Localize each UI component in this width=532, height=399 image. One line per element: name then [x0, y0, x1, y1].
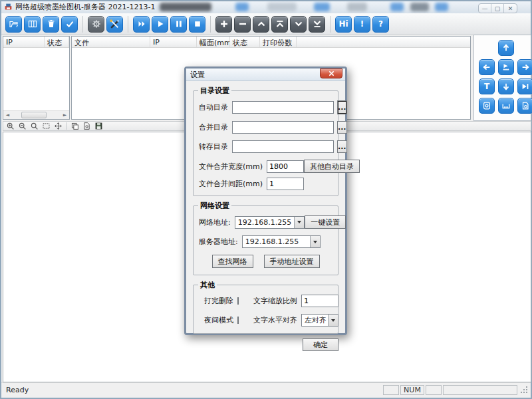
network-address-combobox[interactable]: 192.168.1.255: [235, 216, 305, 229]
to-end-button[interactable]: [517, 78, 532, 94]
merge-width-input[interactable]: [267, 160, 304, 173]
ruler-button[interactable]: [498, 98, 514, 114]
hi-button[interactable]: Hi: [335, 16, 352, 33]
preview-button[interactable]: [82, 122, 91, 130]
client-list-hscrollbar[interactable]: ◄ ►: [3, 110, 69, 119]
column-header-width[interactable]: 幅面(mm): [197, 37, 230, 47]
add-button[interactable]: [215, 16, 232, 33]
scrollbar-thumb[interactable]: [21, 112, 47, 118]
server-address-combobox[interactable]: 192.168.1.255: [242, 235, 321, 248]
arrow-right-button[interactable]: [517, 59, 532, 75]
tools-button[interactable]: [106, 16, 123, 33]
transfer-dir-browse-button[interactable]: ...: [337, 140, 347, 153]
plus-icon: [219, 19, 229, 29]
arrow-left-button[interactable]: [479, 59, 495, 75]
help-button[interactable]: ?: [372, 16, 389, 33]
pan-move-button[interactable]: [53, 122, 63, 130]
text-scale-label: 文字缩放比例: [253, 296, 297, 306]
one-key-setup-button[interactable]: 一键设置: [305, 215, 346, 229]
auto-dir-input[interactable]: [232, 101, 334, 114]
settings-dialog: 设置 目录设置 自动目录 ... 合并目录 ... 转: [184, 66, 347, 335]
merge-gap-input[interactable]: [267, 178, 304, 190]
columns-button[interactable]: [24, 16, 41, 33]
other-settings-group: 其他 打完删除 文字缩放比例 夜间模式 文字水平对齐 左对齐: [193, 285, 338, 334]
chevron-down-bar-icon: [312, 19, 323, 29]
chevron-up-bar-icon: [275, 19, 285, 29]
ok-button[interactable]: 确定: [303, 338, 338, 351]
scroll-right-icon[interactable]: ►: [61, 111, 69, 119]
titlebar-blur-blob: [390, 3, 404, 11]
column-header-status[interactable]: 状态: [45, 37, 69, 47]
combo-dropdown-button[interactable]: [294, 217, 304, 228]
minimize-button[interactable]: —: [479, 4, 491, 13]
save-button[interactable]: [94, 122, 103, 130]
night-mode-checkbox[interactable]: [237, 317, 239, 324]
column-header-file[interactable]: 文件: [72, 37, 150, 47]
column-header-ip[interactable]: IP: [150, 37, 197, 47]
pause-button[interactable]: [170, 16, 187, 33]
merge-gap-label: 文件合并间距(mm): [199, 179, 263, 189]
settings-button[interactable]: [88, 16, 104, 33]
titlebar-blur-blob: [160, 3, 211, 11]
chevron-down-icon: [297, 221, 301, 223]
play-button[interactable]: [152, 16, 168, 33]
fast-forward-button[interactable]: [133, 16, 150, 33]
stop-button[interactable]: [189, 16, 205, 33]
marquee-select-button[interactable]: [41, 122, 51, 130]
app-window: 网络超级喷墨绘图机-服务器 2021-1213-1 — ▢ ✕: [0, 0, 532, 399]
window-controls: — ▢ ✕: [478, 3, 517, 13]
other-auto-dir-button[interactable]: 其他自动目录: [304, 160, 360, 173]
marquee-select-icon: [42, 122, 51, 130]
scrollbar-track[interactable]: [12, 111, 61, 119]
status-bar: Ready NUM: [1, 382, 531, 396]
move-up-button[interactable]: [253, 16, 269, 33]
open-folder-button[interactable]: [5, 16, 22, 33]
move-to-top-button[interactable]: [271, 16, 288, 33]
zoom-button[interactable]: [29, 122, 39, 130]
column-header-copies[interactable]: 打印份数: [260, 37, 297, 47]
text-align-combobox[interactable]: 左对齐: [301, 314, 338, 327]
move-down-button[interactable]: [290, 16, 307, 33]
column-header-ip[interactable]: IP: [3, 37, 45, 47]
titlebar-blur-blob: [314, 3, 330, 11]
status-pane: [383, 385, 399, 395]
plot-start-button[interactable]: [498, 59, 514, 75]
text-scale-input[interactable]: [301, 295, 338, 307]
client-list-header: IP 状态: [3, 37, 69, 48]
find-network-button[interactable]: 查找网络: [212, 255, 253, 268]
remove-button[interactable]: [234, 16, 251, 33]
network-settings-group: 网络设置 网络地址: 192.168.1.255 一键设置 服务器地址: 192…: [193, 205, 338, 275]
open-folder-icon: [9, 19, 19, 29]
arrow-up-icon: [501, 43, 511, 53]
dialog-title-bar: 设置: [186, 68, 345, 81]
duplicate-button[interactable]: [70, 122, 79, 130]
auto-dir-browse-button[interactable]: ...: [337, 100, 347, 114]
chevron-up-icon: [256, 19, 267, 29]
delete-after-print-checkbox[interactable]: [237, 297, 239, 305]
zoom-out-button[interactable]: [17, 122, 27, 130]
merge-dir-browse-button[interactable]: ...: [337, 121, 347, 134]
letter-t-button[interactable]: T: [479, 78, 495, 94]
paper-roll-button[interactable]: [479, 98, 495, 114]
maximize-button[interactable]: ▢: [491, 4, 504, 13]
combo-dropdown-button[interactable]: [310, 236, 320, 247]
move-to-bottom-button[interactable]: [309, 16, 325, 33]
resize-grip[interactable]: [519, 385, 529, 394]
dialog-close-button[interactable]: [320, 68, 342, 78]
zoom-in-button[interactable]: [5, 122, 15, 130]
transfer-dir-input[interactable]: [232, 140, 334, 153]
arrow-up-button[interactable]: [498, 40, 514, 56]
column-header-status[interactable]: 状态: [230, 37, 260, 47]
alert-button[interactable]: !: [354, 16, 370, 33]
close-button[interactable]: ✕: [504, 4, 517, 13]
page-preview-button[interactable]: [517, 98, 532, 114]
arrow-down-button[interactable]: [498, 78, 514, 94]
minus-icon: [237, 19, 248, 29]
merge-dir-input[interactable]: [232, 121, 334, 134]
combo-dropdown-button[interactable]: [328, 315, 338, 326]
merge-dir-label: 合并目录: [199, 122, 228, 132]
scroll-left-icon[interactable]: ◄: [3, 111, 12, 119]
manual-address-button[interactable]: 手动地址设置: [264, 255, 320, 268]
delete-button[interactable]: [43, 16, 59, 33]
confirm-button[interactable]: [61, 16, 78, 33]
